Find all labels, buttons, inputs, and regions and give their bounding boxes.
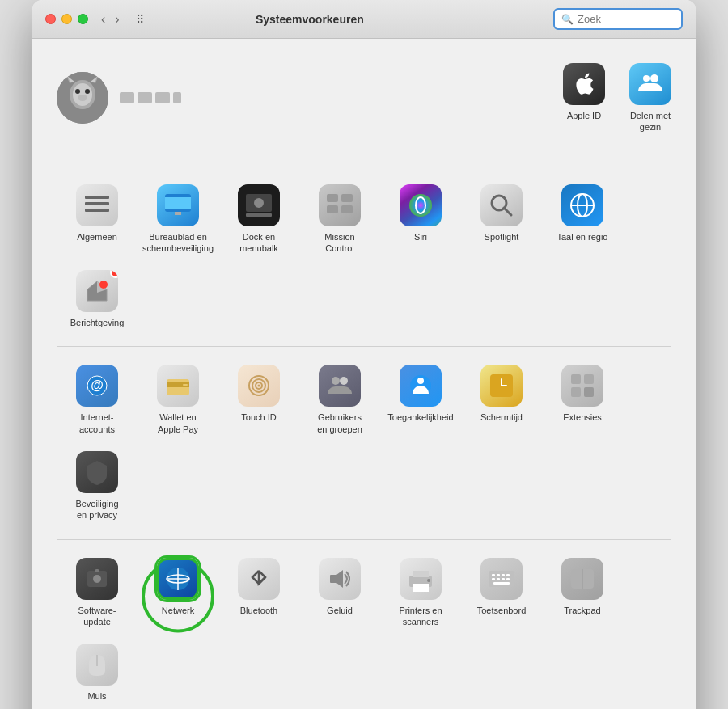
- mission-icon: [319, 184, 361, 226]
- apple-id-item[interactable]: Apple ID: [563, 63, 605, 133]
- svg-point-11: [650, 74, 658, 82]
- mission-label: Mission Control: [324, 231, 354, 255]
- pref-item-bericht[interactable]: Berichtgeving: [57, 262, 138, 336]
- bureaubl-icon: [157, 184, 199, 226]
- close-button[interactable]: [45, 14, 56, 24]
- pref-item-netwerk[interactable]: Netwerk: [138, 550, 218, 636]
- internet-label: Internet- accounts: [79, 411, 115, 435]
- search-icon: 🔍: [561, 14, 574, 25]
- pref-item-touchid[interactable]: Touch ID: [218, 357, 299, 443]
- extensies-icon: [561, 365, 603, 407]
- window-title: Systeemvoorkeuren: [76, 13, 544, 26]
- pref-item-printers[interactable]: Printers en scanners: [380, 550, 461, 636]
- svg-rect-19: [246, 213, 272, 217]
- extensies-label: Extensies: [563, 411, 602, 423]
- svg-rect-13: [85, 202, 109, 205]
- toegang-label: Toegankelijkheid: [387, 411, 453, 423]
- svg-rect-69: [492, 574, 495, 576]
- pref-item-taal[interactable]: Taal en regio: [542, 176, 623, 263]
- geluid-label: Geluid: [327, 605, 353, 616]
- svg-rect-66: [413, 584, 429, 592]
- svg-rect-17: [175, 212, 181, 215]
- apple-id-icon: [563, 63, 605, 105]
- svg-rect-22: [341, 194, 353, 202]
- pref-section-hardware: @Internet- accountsWallet en Apple PayTo…: [57, 347, 671, 539]
- svg-rect-73: [492, 578, 495, 580]
- svg-line-28: [504, 208, 511, 215]
- pref-item-mission[interactable]: Mission Control: [299, 176, 380, 263]
- gebruiker-label: Gebruikers en groepen: [317, 411, 362, 435]
- avatar-image: [57, 72, 108, 124]
- search-box[interactable]: 🔍: [553, 8, 683, 30]
- avatar[interactable]: [57, 72, 108, 124]
- pref-item-internet[interactable]: @Internet- accounts: [57, 357, 138, 443]
- svg-point-4: [85, 89, 90, 94]
- svg-rect-23: [327, 205, 338, 213]
- svg-rect-74: [497, 578, 500, 580]
- netwerk-label: Netwerk: [162, 605, 194, 616]
- siri-icon: [400, 184, 442, 226]
- trackpad-label: Trackpad: [564, 605, 600, 616]
- pref-item-beveiliging[interactable]: Beveiliging en privacy: [57, 443, 138, 530]
- pref-item-siri[interactable]: Siri: [380, 176, 461, 263]
- pref-item-bureaubl[interactable]: Bureaublad en schermbeveiliging: [138, 176, 218, 263]
- algemeen-icon: [76, 184, 118, 226]
- svg-rect-70: [497, 574, 500, 576]
- software-label: Software- update: [78, 605, 116, 628]
- svg-rect-76: [506, 578, 510, 580]
- svg-rect-12: [85, 196, 109, 199]
- svg-rect-75: [502, 578, 505, 580]
- svg-rect-21: [327, 194, 338, 202]
- software-icon: [76, 558, 118, 600]
- content-area: Apple ID Delen met gezin AlgemeenBureaub…: [32, 39, 696, 709]
- svg-rect-50: [571, 374, 581, 384]
- pref-item-spotlight[interactable]: Spotlight: [461, 176, 542, 263]
- internet-icon: @: [76, 365, 118, 407]
- spotlight-label: Spotlight: [485, 231, 519, 243]
- svg-rect-38: [183, 384, 188, 386]
- user-name-placeholder: [120, 92, 181, 103]
- family-sharing-item[interactable]: Delen met gezin: [629, 63, 671, 133]
- pref-item-muis[interactable]: Muis: [57, 635, 138, 709]
- svg-rect-14: [85, 209, 109, 212]
- pref-item-bluetooth[interactable]: Bluetooth: [218, 550, 299, 636]
- wallet-icon: [157, 365, 199, 407]
- svg-rect-53: [584, 387, 594, 397]
- svg-point-10: [643, 75, 650, 82]
- pref-item-geluid[interactable]: Geluid: [299, 550, 380, 636]
- search-input[interactable]: [578, 13, 675, 25]
- pref-item-extensies[interactable]: Extensies: [542, 357, 623, 443]
- pref-item-toetsenbord[interactable]: Toetsenbord: [461, 550, 542, 636]
- svg-point-46: [417, 378, 424, 384]
- bericht-icon: [76, 270, 118, 312]
- minimize-button[interactable]: [61, 14, 72, 24]
- netwerk-icon: [157, 558, 199, 600]
- bericht-label: Berichtgeving: [70, 317, 125, 328]
- pref-item-software[interactable]: Software- update: [57, 550, 138, 636]
- siri-label: Siri: [414, 231, 427, 243]
- pref-item-trackpad[interactable]: Trackpad: [542, 550, 623, 636]
- svg-rect-56: [95, 569, 99, 572]
- toegang-icon: [400, 365, 442, 407]
- pref-item-wallet[interactable]: Wallet en Apple Pay: [138, 357, 218, 443]
- user-info: [57, 72, 181, 124]
- pref-section-personal: AlgemeenBureaublad en schermbeveiligingD…: [57, 167, 671, 348]
- pref-item-toegang[interactable]: Toegankelijkheid: [380, 357, 461, 443]
- wallet-label: Wallet en Apple Pay: [158, 411, 198, 435]
- svg-rect-71: [502, 574, 505, 576]
- pref-item-schermtijd[interactable]: Schermtijd: [461, 357, 542, 443]
- system-preferences-window: ‹ › ⠿ Systeemvoorkeuren 🔍: [32, 0, 696, 709]
- toetsenbord-icon: [480, 558, 523, 600]
- beveiliging-icon: [76, 451, 118, 493]
- svg-point-20: [254, 198, 264, 208]
- schermtijd-icon: [480, 365, 523, 407]
- pref-item-algemeen[interactable]: Algemeen: [57, 176, 138, 263]
- schermtijd-label: Schermtijd: [480, 411, 523, 423]
- svg-point-43: [332, 377, 340, 385]
- svg-point-55: [93, 575, 101, 583]
- pref-item-gebruiker[interactable]: Gebruikers en groepen: [299, 357, 380, 443]
- trackpad-icon: [561, 558, 603, 600]
- bluetooth-icon: [238, 558, 280, 600]
- svg-marker-63: [336, 570, 343, 588]
- pref-item-dock[interactable]: Dock en menubalk: [218, 176, 299, 263]
